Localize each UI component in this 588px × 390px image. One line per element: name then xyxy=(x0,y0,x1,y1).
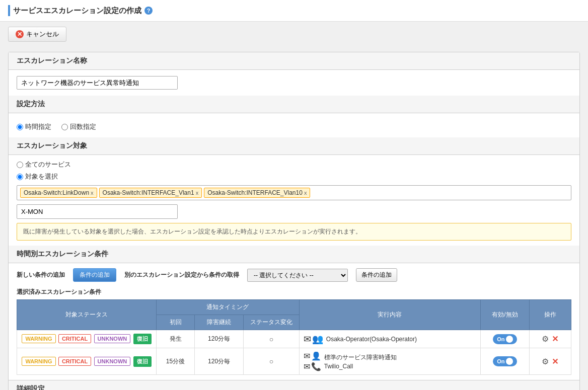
row2-exec-text2: Twilio_Call xyxy=(324,363,397,370)
radio-select-target[interactable]: 対象を選択 xyxy=(17,172,571,181)
escalation-name-body xyxy=(9,70,579,96)
badge-critical-2: CRITICAL xyxy=(58,357,91,366)
badge-critical-1: CRITICAL xyxy=(58,334,91,343)
delete-icon-2[interactable]: ✕ xyxy=(552,357,558,366)
copy-label: 別のエスカレーション設定から条件の取得 xyxy=(124,271,239,279)
detail-settings-header: 詳細設定 xyxy=(9,380,579,390)
tag-2[interactable]: Osaka-Switch:INTERFACE_Vlan10 x xyxy=(204,188,310,198)
th-enable-disable: 有効/無効 xyxy=(480,300,529,330)
toolbar: ✕ キャンセル xyxy=(0,22,588,47)
cancel-icon: ✕ xyxy=(16,30,24,38)
row1-exec-text: Osaka-Operator(Osaka-Operator) xyxy=(326,336,417,343)
escalation-target-body: 全てのサービス 対象を選択 Osaka-Switch:LinkDown x Os… xyxy=(9,155,579,246)
th-notification-timing: 通知タイミング xyxy=(156,300,299,315)
row1-toggle[interactable]: On xyxy=(480,330,529,348)
badge-unknown-2: UNKNOWN xyxy=(94,357,131,366)
form-card: エスカレーション名称 設定方法 時間指定 回数指定 エスカレーション対象 xyxy=(8,52,580,390)
page-title: サービスエスカレーション設定の作成 xyxy=(13,6,141,16)
row2-status-change: ○ xyxy=(244,348,300,375)
th-operation: 操作 xyxy=(529,300,571,330)
tag-1[interactable]: Osaka-Switch:INTERFACE_Vlan1 x xyxy=(99,188,202,198)
help-icon[interactable]: ? xyxy=(144,7,153,15)
row2-action-icons: ⚙ ✕ xyxy=(534,357,567,366)
row2-exec-content: ✉ 👤 ✉ 📞 標準のサービス障害時通知 xyxy=(304,351,476,371)
tag-0-label: Osaka-Switch:LinkDown xyxy=(24,189,89,196)
toggle-circle-2 xyxy=(506,358,513,365)
radio-all-label: 全てのサービス xyxy=(25,160,71,169)
tag-0[interactable]: Osaka-Switch:LinkDown x xyxy=(20,188,97,198)
row2-status: WARNING CRITICAL UNKNOWN 復旧 xyxy=(17,348,157,375)
th-status-change: ステータス変化 xyxy=(244,315,300,330)
row1-exec-icons: ✉ 👥 xyxy=(304,334,323,345)
toggle-label-2: On xyxy=(497,358,504,364)
settings-method-body: 時間指定 回数指定 xyxy=(9,113,579,137)
copy-dropdown[interactable]: -- 選択してください -- xyxy=(247,269,348,282)
row1-failure-continue: 120分毎 xyxy=(195,330,244,348)
row1-exec: ✉ 👥 Osaka-Operator(Osaka-Operator) xyxy=(299,330,480,348)
add-condition-row: 新しい条件の追加 条件の追加 別のエスカレーション設定から条件の取得 -- 選択… xyxy=(17,268,571,282)
row2-exec-icons-top: ✉ 👤 xyxy=(304,351,321,361)
row1-exec-content: ✉ 👥 Osaka-Operator(Osaka-Operator) xyxy=(304,334,476,345)
delete-icon-1[interactable]: ✕ xyxy=(552,334,558,344)
escalation-name-header: エスカレーション名称 xyxy=(9,52,579,70)
row2-exec-text1: 標準のサービス障害時通知 xyxy=(324,353,397,362)
row2-exec: ✉ 👤 ✉ 📞 標準のサービス障害時通知 xyxy=(299,348,480,375)
toggle-on-1[interactable]: On xyxy=(493,334,517,344)
escalation-target-header: エスカレーション対象 xyxy=(9,137,579,155)
radio-all-services[interactable]: 全てのサービス xyxy=(17,160,571,169)
row1-initial: 発生 xyxy=(156,330,194,348)
badge-warning-1: WARNING xyxy=(22,334,55,343)
user-icon-2a: 👤 xyxy=(311,351,321,361)
badge-warning-2: WARNING xyxy=(22,357,55,366)
row2-exec-texts: 標準のサービス障害時通知 Twilio_Call xyxy=(324,353,397,370)
filter-input-area[interactable] xyxy=(17,204,178,219)
badge-unknown-1: UNKNOWN xyxy=(94,334,131,343)
row2-toggle[interactable]: On xyxy=(480,348,529,375)
tag-1-label: Osaka-Switch:INTERFACE_Vlan1 xyxy=(103,189,194,196)
cancel-button[interactable]: ✕ キャンセル xyxy=(8,27,66,42)
tag-0-close[interactable]: x xyxy=(91,190,94,196)
tag-input-area[interactable]: Osaka-Switch:LinkDown x Osaka-Switch:INT… xyxy=(17,185,571,200)
add-condition-button[interactable]: 条件の追加 xyxy=(73,268,116,282)
mail-icon-1: ✉ xyxy=(304,334,311,345)
blue-accent-bar xyxy=(8,5,10,16)
radio-time[interactable]: 時間指定 xyxy=(17,122,51,131)
row2-initial: 15分後 xyxy=(156,348,194,375)
radio-select-label: 対象を選択 xyxy=(25,172,58,181)
mail-icon-2b: ✉ xyxy=(304,362,310,371)
badge-recovery-1: 復旧 xyxy=(133,334,152,344)
tag-2-close[interactable]: x xyxy=(304,190,307,196)
tag-1-close[interactable]: x xyxy=(196,190,199,196)
selected-conditions-label: 選択済みエスカレーション条件 xyxy=(17,288,571,296)
settings-icon-2[interactable]: ⚙ xyxy=(542,357,549,366)
settings-icon-1[interactable]: ⚙ xyxy=(542,334,549,344)
escalation-name-input[interactable] xyxy=(17,76,178,90)
th-target-status: 対象ステータス xyxy=(17,300,157,330)
th-exec-content: 実行内容 xyxy=(299,300,480,330)
phone-icon-2b: 📞 xyxy=(311,362,321,371)
copy-condition-button[interactable]: 条件の追加 xyxy=(356,268,397,282)
tag-2-label: Osaka-Switch:INTERFACE_Vlan10 xyxy=(207,189,303,196)
row2-exec-icons-bottom: ✉ 📞 xyxy=(304,362,321,371)
toggle-circle-1 xyxy=(506,336,513,343)
row2-failure-continue: 120分毎 xyxy=(195,348,244,375)
warning-box: 既に障害が発生している対象を選択した場合、エスカレーション設定を承認した時点より… xyxy=(17,223,571,241)
warning-text: 既に障害が発生している対象を選択した場合、エスカレーション設定を承認した時点より… xyxy=(23,228,361,235)
time-escalation-body: 新しい条件の追加 条件の追加 別のエスカレーション設定から条件の取得 -- 選択… xyxy=(9,263,579,380)
row1-status-change: ○ xyxy=(244,330,300,348)
settings-method-radio-group: 時間指定 回数指定 xyxy=(17,122,571,131)
radio-count-label: 回数指定 xyxy=(70,122,96,131)
toggle-on-2[interactable]: On xyxy=(493,356,517,366)
settings-method-header: 設定方法 xyxy=(9,96,579,113)
row1-action-icons: ⚙ ✕ xyxy=(534,334,567,344)
cancel-label: キャンセル xyxy=(26,30,59,39)
toggle-label-1: On xyxy=(497,336,504,342)
target-radio-group: 全てのサービス 対象を選択 xyxy=(17,160,571,181)
th-initial: 初回 xyxy=(156,315,194,330)
radio-count[interactable]: 回数指定 xyxy=(61,122,96,131)
table-row: WARNING CRITICAL UNKNOWN 復旧 発生 120分毎 ○ ✉ xyxy=(17,330,571,348)
filter-input[interactable] xyxy=(20,207,107,216)
add-condition-label: 新しい条件の追加 xyxy=(17,271,65,279)
row1-status: WARNING CRITICAL UNKNOWN 復旧 xyxy=(17,330,157,348)
main-content: エスカレーション名称 設定方法 時間指定 回数指定 エスカレーション対象 xyxy=(0,47,588,390)
